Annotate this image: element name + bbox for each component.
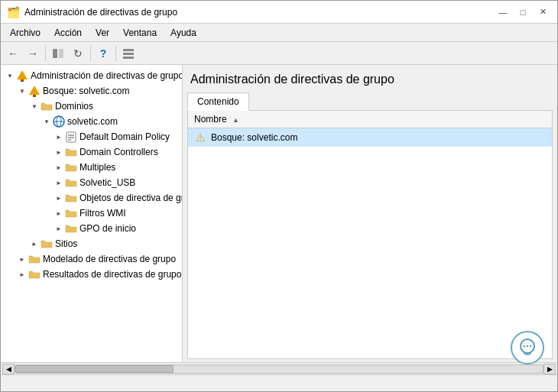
- forward-button[interactable]: →: [24, 44, 42, 63]
- expander-forest[interactable]: ▼: [16, 85, 28, 97]
- refresh-button[interactable]: ↻: [69, 44, 87, 63]
- tree-icon-domaincontrollers: [65, 146, 77, 158]
- expander-root[interactable]: ▼: [4, 70, 16, 82]
- minimize-button[interactable]: —: [495, 4, 511, 21]
- tree-label-defaultdomain: Default Domain Policy: [79, 131, 170, 142]
- tree-item-multiples[interactable]: ►Multiples: [1, 160, 182, 175]
- main-content: ▼Administración de directivas de grupo▼B…: [1, 65, 557, 362]
- right-panel-title: Administración de directivas de grupo: [187, 68, 553, 92]
- tabs-bar: Contenido: [187, 92, 553, 111]
- back-button[interactable]: ←: [4, 44, 22, 63]
- hscroll-track: [15, 364, 543, 374]
- toolbar-sep-2: [90, 46, 91, 61]
- expander-solveticcom[interactable]: ▼: [41, 115, 53, 128]
- right-panel: Administración de directivas de grupo Co…: [183, 65, 557, 362]
- svg-rect-4: [123, 57, 134, 59]
- svg-rect-0: [53, 49, 57, 58]
- svg-rect-8: [33, 95, 36, 97]
- svg-point-17: [524, 345, 525, 347]
- tree-item-root[interactable]: ▼Administración de directivas de grupo: [1, 68, 182, 83]
- tree-item-objetos[interactable]: ►Objetos de directiva de gru: [1, 190, 182, 206]
- expander-defaultdomain[interactable]: ►: [53, 131, 65, 143]
- tree-icon-defaultdomain: [65, 131, 77, 143]
- tree-label-filtroswmi: Filtros WMI: [79, 208, 126, 219]
- expander-multiples[interactable]: ►: [53, 161, 65, 173]
- menu-bar: Archivo Acción Ver Ventana Ayuda: [1, 24, 557, 42]
- expander-sitios[interactable]: ►: [28, 238, 41, 250]
- tree-item-filtroswmi[interactable]: ►Filtros WMI: [1, 206, 182, 221]
- svg-rect-3: [123, 53, 134, 55]
- tree-icon-solveticusb: [65, 177, 77, 189]
- tree-item-solveticcom[interactable]: ▼solvetic.com: [1, 114, 182, 129]
- main-window: 🗂️ Administración de directivas de grupo…: [0, 0, 558, 392]
- tree-icon-resultados: [28, 268, 41, 280]
- tree-icon-solveticcom: [53, 115, 65, 128]
- title-bar: 🗂️ Administración de directivas de grupo…: [1, 1, 557, 24]
- toolbar-sep-1: [45, 46, 46, 61]
- content-area: Nombre ▲ ⚠ Bosque: solvetic.com: [187, 111, 553, 359]
- tree-label-sitios: Sitios: [55, 238, 77, 249]
- tree-panel: ▼Administración de directivas de grupo▼B…: [1, 65, 183, 362]
- scroll-right-button[interactable]: ▶: [543, 364, 556, 374]
- tree-item-solveticusb[interactable]: ►Solvetic_USB: [1, 175, 182, 190]
- close-button[interactable]: ✕: [534, 4, 551, 21]
- tree-label-solveticusb: Solvetic_USB: [79, 177, 135, 188]
- scroll-left-button[interactable]: ◀: [2, 364, 15, 374]
- expander-modelado[interactable]: ►: [16, 253, 28, 265]
- window-title: Administración de directivas de grupo: [24, 7, 177, 18]
- tree-item-resultados[interactable]: ►Resultados de directivas de grupo: [1, 267, 182, 282]
- tree-label-dominios: Dominios: [55, 101, 93, 112]
- menu-ventana[interactable]: Ventana: [117, 26, 163, 40]
- tree-item-defaultdomain[interactable]: ►Default Domain Policy: [1, 129, 182, 144]
- hscroll-bar: ◀ ▶: [1, 362, 557, 374]
- title-bar-left: 🗂️ Administración de directivas de grupo: [7, 6, 177, 18]
- tree-item-domaincontrollers[interactable]: ►Domain Controllers: [1, 144, 182, 160]
- expander-solveticusb[interactable]: ►: [53, 177, 65, 189]
- menu-ver[interactable]: Ver: [89, 26, 115, 40]
- tree-item-forest[interactable]: ▼Bosque: solvetic.com: [1, 83, 182, 99]
- tree-icon-filtroswmi: [65, 207, 77, 219]
- tree-icon-sitios: [41, 238, 53, 250]
- svg-marker-7: [29, 86, 40, 95]
- maximize-button[interactable]: □: [514, 4, 531, 21]
- expander-domaincontrollers[interactable]: ►: [53, 146, 65, 158]
- tree-label-root: Administración de directivas de grupo: [31, 70, 183, 81]
- svg-marker-5: [17, 70, 28, 79]
- tree-item-modelado[interactable]: ►Modelado de directivas de grupo: [1, 251, 182, 267]
- table-row[interactable]: ⚠ Bosque: solvetic.com: [188, 128, 552, 147]
- tree-icon-objetos: [65, 192, 77, 204]
- tab-contenido[interactable]: Contenido: [187, 92, 249, 111]
- chat-bubble-icon[interactable]: [511, 331, 544, 364]
- sort-arrow: ▲: [232, 116, 239, 124]
- menu-ayuda[interactable]: Ayuda: [164, 26, 203, 40]
- svg-point-19: [530, 345, 531, 347]
- help-button[interactable]: ?: [94, 44, 112, 63]
- tree-label-objetos: Objetos de directiva de gru: [79, 193, 183, 203]
- tree-label-domaincontrollers: Domain Controllers: [79, 147, 158, 157]
- menu-archivo[interactable]: Archivo: [4, 26, 47, 40]
- tree-label-resultados: Resultados de directivas de grupo: [43, 269, 181, 280]
- show-hide-button[interactable]: [49, 44, 67, 63]
- expander-dominios[interactable]: ▼: [28, 100, 41, 112]
- tree-item-sitios[interactable]: ►Sitios: [1, 236, 182, 251]
- tree-icon-modelado: [28, 253, 41, 265]
- svg-rect-2: [123, 49, 134, 51]
- svg-rect-1: [59, 49, 63, 58]
- expander-filtroswmi[interactable]: ►: [53, 207, 65, 219]
- tree-icon-dominios: [41, 100, 53, 112]
- content-header: Nombre ▲: [188, 111, 552, 128]
- window-controls: — □ ✕: [495, 4, 551, 21]
- tree-item-dominios[interactable]: ▼Dominios: [1, 99, 182, 114]
- tree-label-modelado: Modelado de directivas de grupo: [43, 254, 176, 264]
- extra-button[interactable]: [119, 44, 138, 63]
- expander-gpoinicio[interactable]: ►: [53, 222, 65, 235]
- tree-label-solveticcom: solvetic.com: [67, 116, 118, 127]
- tree-item-gpoinicio[interactable]: ►GPO de inicio: [1, 221, 182, 236]
- hscroll-thumb: [15, 365, 174, 373]
- menu-accion[interactable]: Acción: [48, 26, 88, 40]
- svg-rect-6: [21, 79, 24, 82]
- toolbar: ← → ↻ ?: [1, 42, 557, 65]
- expander-resultados[interactable]: ►: [16, 268, 28, 280]
- tree-label-multiples: Multiples: [79, 162, 115, 173]
- expander-objetos[interactable]: ►: [53, 192, 65, 204]
